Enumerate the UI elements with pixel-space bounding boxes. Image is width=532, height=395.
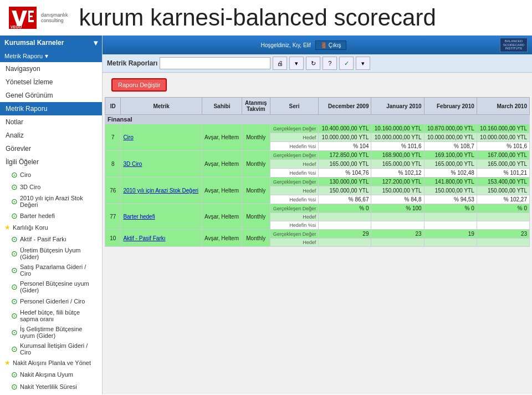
sidebar-expand-icon[interactable]: ▾: [94, 38, 98, 47]
cell-value: % 102,48: [424, 169, 477, 178]
exit-label: Çıkış: [329, 42, 341, 48]
cell-value: 167.000,00 YTL: [477, 151, 529, 160]
metrics-table: ID Metrik Sahibi AtanmışTakvim Seri Dece…: [105, 97, 530, 247]
cell-value: 165.000,00 YTL: [371, 160, 424, 169]
print-button[interactable]: 🖨: [273, 57, 287, 70]
metric-name: 3D Ciro: [121, 151, 202, 178]
cell-value: 10.000.000,00 YTL: [477, 133, 529, 142]
cell-value: 130.000,00 YTL: [319, 178, 371, 186]
report-change-area: Raporu Değiştir: [103, 73, 532, 97]
sidebar-item-yonetsel[interactable]: Yönetsel İzleme: [0, 75, 102, 89]
exit-button[interactable]: 🚪 Çıkış: [315, 40, 346, 50]
table-row: 76 2010 yılı için Arazi Stok Değeri Avşa…: [105, 178, 530, 186]
tree-item-barter[interactable]: ⊙ Barter hedefi: [0, 210, 102, 222]
logo-icon: VEGO: [9, 7, 37, 29]
metric-link[interactable]: Aktif - Pasif Farkı: [123, 235, 165, 241]
topbar-right: Hoşgeldiniz, Kıy, Elif 🚪 Çıkış: [260, 40, 346, 50]
col-header-sahibi: Sahibi: [202, 98, 242, 115]
metric-name: Aktif - Pasif Farkı: [121, 230, 202, 247]
dot-icon: ⊙: [11, 266, 18, 275]
tree-item-aktif[interactable]: ⊙ Aktif - Pasif Farkı: [0, 233, 102, 245]
main-area: Kurumsal Karneler ▾ Metrik Raporu ▾ Navi…: [0, 36, 532, 394]
cell-value: 10.400.000,00 YTL: [319, 124, 371, 133]
tree-item-personel-g[interactable]: ⊙ Personel Giderleri / Ciro: [0, 295, 102, 307]
tree-item-karliligi[interactable]: ★ Karlılığı Koru: [0, 222, 102, 233]
dot-icon: ⊙: [11, 183, 18, 191]
tree-item-tahsilat[interactable]: ⊙ Zamanında Tahsilat Oranı: [0, 393, 102, 394]
cell-value: 10.160.000,00 YTL: [371, 124, 424, 133]
cell-value: 153.400,00 YTL: [477, 178, 529, 186]
col-header-metrik: Metrik: [121, 98, 202, 115]
tree-item-is-gel[interactable]: ⊙ İş Geliştirme Bütçesine uyum (Gider): [0, 324, 102, 341]
sub-row-label: Hedef: [270, 213, 319, 221]
toolbar: Metrik Raporları 🖨 ▾ ↻ ? ✓ ▾: [103, 54, 532, 73]
metric-link[interactable]: 3D Ciro: [123, 161, 142, 167]
metric-period: Monthly: [242, 151, 270, 178]
check-button[interactable]: ✓: [339, 57, 354, 70]
sidebar: Kurumsal Karneler ▾ Metrik Raporu ▾ Navi…: [0, 36, 103, 394]
dot-icon: ⊙: [11, 328, 18, 337]
sub-row-label: Gerçekleşen Değer: [270, 204, 319, 213]
cell-value: 150.000,00 YTL: [424, 186, 477, 195]
refresh-button[interactable]: ↻: [306, 57, 320, 70]
sidebar-item-genel[interactable]: Genel Görünüm: [0, 89, 102, 102]
tree-item-nakit-uyum[interactable]: ⊙ Nakit Akışına Uyum: [0, 368, 102, 381]
tree-item-nakit-sure[interactable]: ⊙ Nakit Yeterlilik Süresi: [0, 381, 102, 393]
dot-icon: ⊙: [11, 282, 18, 291]
tree-item-satis[interactable]: ⊙ Satış Pazarlama Gideri / Ciro: [0, 262, 102, 278]
sidebar-item-navigasyon[interactable]: Navigasyon: [0, 62, 102, 75]
sub-row-label: Gerçekleşen Değer: [270, 230, 319, 239]
sub-row-label: Gerçekleşen Değer: [270, 178, 319, 186]
report-change-button[interactable]: Raporu Değiştir: [111, 78, 167, 92]
tree-item-3dciro[interactable]: ⊙ 3D Ciro: [0, 181, 102, 193]
metric-link[interactable]: Ciro: [123, 134, 133, 140]
metric-id: 10: [105, 230, 121, 247]
tree-item-arazi[interactable]: ⊙ 2010 yılı için Arazi Stok Değeri: [0, 193, 102, 210]
table-row: 10 Aktif - Pasif Farkı Avşar, Heltem Mon…: [105, 230, 530, 239]
metric-owner: Avşar, Heltem: [202, 178, 242, 204]
sidebar-sub-expand-icon[interactable]: ▾: [45, 52, 48, 60]
sub-row-label: Hedef: [270, 239, 319, 247]
metric-link[interactable]: 2010 yılı için Arazi Stok Değeri: [123, 188, 198, 194]
section-finansal: Finansal: [105, 115, 530, 124]
cell-value: [371, 239, 424, 247]
nav-label: İlgili Öğeler: [6, 158, 39, 166]
tree-item-uretim[interactable]: ⊙ Üretim Bütçesin Uyum (Gider): [0, 245, 102, 262]
cell-value: 168.900,00 YTL: [371, 151, 424, 160]
cell-value: 19: [424, 230, 477, 239]
metric-owner: Avşar, Heltem: [202, 230, 242, 247]
tree-item-hedef-butce[interactable]: ⊙ Hedef bütçe, fiili bütçe sapma oranı: [0, 307, 102, 324]
cell-value: % 104: [319, 142, 371, 151]
metric-link[interactable]: Barter hedefi: [123, 214, 155, 220]
dropdown-button[interactable]: ▾: [289, 57, 304, 70]
sub-row-label: Hedefin %si: [270, 221, 319, 230]
sidebar-item-notlar[interactable]: Notlar: [0, 115, 102, 129]
sidebar-item-ilgili[interactable]: İlgili Öğeler: [0, 155, 102, 169]
cell-value: 29: [319, 230, 371, 239]
dot-icon: ⊙: [11, 370, 18, 379]
sub-row-label: Hedef: [270, 133, 319, 142]
tree-item-personel-b[interactable]: ⊙ Personel Bütçesine uyum (Gider): [0, 278, 102, 295]
exit-icon: 🚪: [320, 42, 327, 48]
cell-value: % 101,6: [371, 142, 424, 151]
check-icon: ✓: [344, 60, 349, 67]
sidebar-item-metrik[interactable]: Metrik Raporu: [0, 102, 102, 115]
logo-area: VEGO danışmanlık consulting: [9, 7, 68, 29]
sub-row-label: Hedefin %si: [270, 169, 319, 178]
cell-value: % 0: [477, 204, 529, 213]
cell-value: 127.200,00 YTL: [371, 178, 424, 186]
tree-item-ciro[interactable]: ⊙ Ciro: [0, 169, 102, 181]
metric-owner: Avşar, Heltem: [202, 124, 242, 151]
cell-value: [477, 221, 529, 230]
search-input[interactable]: [160, 57, 270, 69]
sidebar-item-gorevler[interactable]: Görevler: [0, 142, 102, 155]
dot-icon: ⊙: [11, 197, 18, 206]
table-row: 7 Ciro Avşar, Heltem Monthly Gerçekleşen…: [105, 124, 530, 133]
sidebar-item-analiz[interactable]: Analiz: [0, 129, 102, 142]
star-icon: ★: [4, 359, 11, 367]
tree-item-kurumsal[interactable]: ⊙ Kurumsal İletişim Gideri / Ciro: [0, 341, 102, 357]
bsi-logo: BALANCED SCORECARD INSTITUTE: [500, 38, 528, 52]
help-button[interactable]: ?: [323, 57, 337, 70]
tree-item-nakit-plan[interactable]: ★ Nakit Akışını Planla ve Yönet: [0, 357, 102, 368]
more-button[interactable]: ▾: [356, 57, 370, 70]
